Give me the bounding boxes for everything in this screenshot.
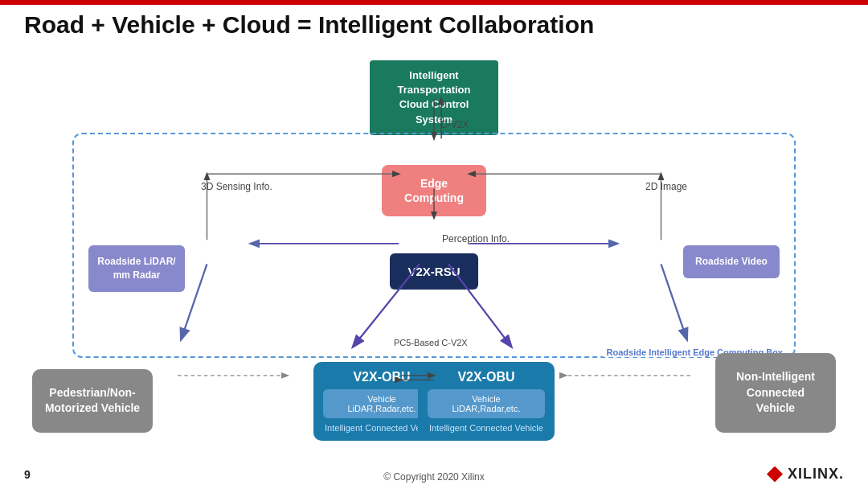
- cloud-control-box: Intelligent TransportationCloud Control …: [370, 60, 498, 135]
- icv-right-box: V2X-OBU VehicleLiDAR,Radar,etc. Intellig…: [418, 362, 555, 441]
- xilinx-text: XILINX.: [788, 466, 844, 483]
- rsu-label: V2X-RSU: [407, 265, 460, 278]
- pedestrian-label: Pedestrian/Non-Motorized Vehicle: [45, 386, 140, 415]
- pedestrian-box: Pedestrian/Non-Motorized Vehicle: [32, 369, 153, 433]
- non-intelligent-label: Non-IntelligentConnected Vehicle: [736, 370, 815, 414]
- video-label: Roadside Video: [695, 256, 768, 267]
- perception-label: Perception Info.: [442, 233, 510, 244]
- c-v2x-label: C-V2X: [440, 119, 469, 130]
- lidar-label: Roadside LiDAR/mm Radar: [97, 256, 175, 281]
- non-intelligent-box: Non-IntelligentConnected Vehicle: [715, 353, 836, 433]
- xilinx-logo: XILINX.: [767, 466, 844, 483]
- video-box: Roadside Video: [683, 245, 780, 278]
- vehicle-sensor-right: VehicleLiDAR,Radar,etc.: [428, 389, 545, 418]
- red-bar: [0, 0, 868, 5]
- diagram-area: Intelligent TransportationCloud Control …: [24, 60, 844, 449]
- rsu-box: V2X-RSU: [390, 253, 478, 290]
- obu-right-label: V2X-OBU: [424, 370, 548, 384]
- page-title: Road + Vehicle + Cloud = Intelligent Col…: [24, 11, 594, 39]
- xilinx-icon: [767, 466, 783, 483]
- edge-computing-box: EdgeComputing: [382, 165, 486, 216]
- sensing-label: 3D Sensing Info.: [201, 181, 272, 192]
- footer-copyright: © Copyright 2020 Xilinx: [0, 471, 868, 483]
- image-label: 2D Image: [645, 181, 687, 192]
- icv-right-footer: Intelligent Connected Vehicle: [424, 423, 548, 433]
- pc5-label: PC5-Based C-V2X: [394, 338, 468, 347]
- edge-computing-label: EdgeComputing: [404, 177, 464, 204]
- cloud-control-label: Intelligent TransportationCloud Control …: [397, 69, 470, 125]
- lidar-box: Roadside LiDAR/mm Radar: [88, 245, 185, 292]
